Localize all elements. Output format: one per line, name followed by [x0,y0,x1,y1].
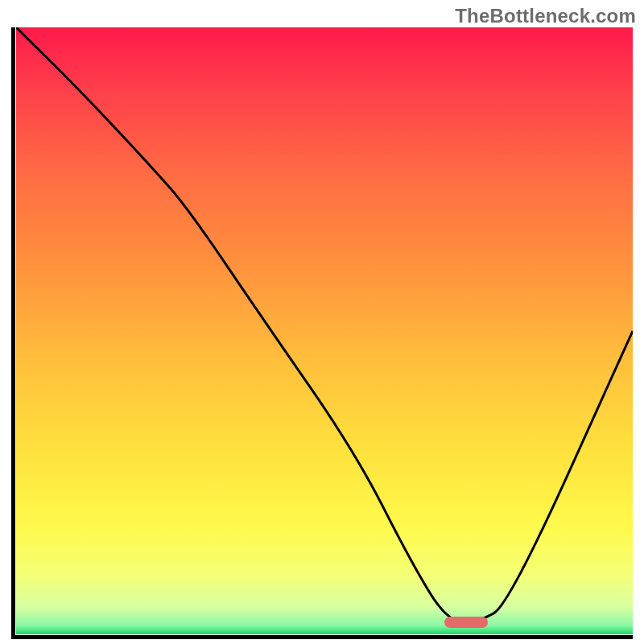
plot-outer [11,27,633,639]
watermark-text: TheBottleneck.com [455,5,636,27]
chart-frame: TheBottleneck.com [0,0,644,644]
y-axis-line [11,27,15,639]
x-axis-line [11,635,633,639]
bottleneck-curve [16,27,633,634]
plot-area [16,27,633,634]
curve-path [16,27,633,622]
optimal-marker [444,617,488,628]
